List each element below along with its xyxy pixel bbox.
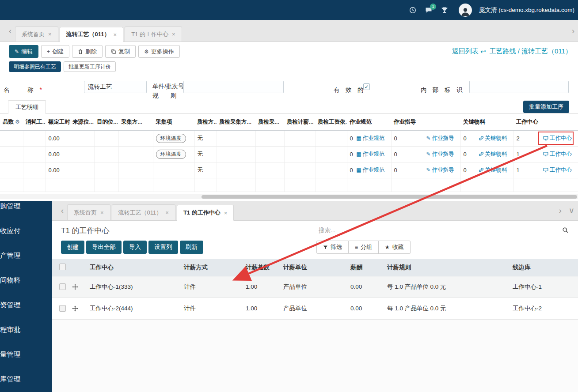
workcenter-name-cell[interactable]: 工作中心-2(444)	[86, 298, 180, 319]
close-icon[interactable]: ×	[165, 209, 169, 216]
spec-count: 0	[350, 135, 353, 142]
sidebar-item-shopfloor-material[interactable]: 间物料	[0, 268, 52, 293]
col-header: 采集项	[153, 114, 194, 130]
edit-button[interactable]: ✎ 编辑	[9, 45, 38, 58]
chat-badge: 1	[430, 4, 436, 10]
chat-icon[interactable]: 1	[424, 6, 433, 15]
batch-update-pricing-button[interactable]: 批量更新工序计价	[64, 61, 116, 72]
tab-home[interactable]: 系统首页 ×	[15, 26, 58, 41]
ref-existing-process-button[interactable]: 明细参照已有工艺	[9, 61, 61, 72]
sidebar-item-quality[interactable]: 量管理	[0, 342, 52, 367]
set-columns-button[interactable]: 设置列	[148, 241, 178, 254]
workcenter-table: 工作中心 计薪方式 计薪基数 计薪单位 薪酬 计薪规则 线边库 工作中心-1(3…	[52, 259, 578, 320]
tabs-scroll-right-icon[interactable]: ›	[568, 27, 578, 35]
name-field[interactable]	[84, 81, 147, 93]
tab-process-detail[interactable]: 工艺明细	[8, 100, 46, 114]
copy-button[interactable]: 复制	[105, 45, 136, 58]
user-menu[interactable]: 庞文清 (cs-demo.xbg.rokedata.com)	[479, 6, 574, 14]
favorites-button[interactable]: ★ 收藏	[379, 241, 411, 254]
operation-row[interactable]: 0.00 环境温度 无 0▦作业规范 0✎作业指导 0关键物料 1工作中心	[0, 146, 578, 162]
search-input[interactable]	[314, 227, 559, 234]
batch-add-operation-button[interactable]: 批量添加工序	[523, 101, 569, 113]
back-to-list-link[interactable]: 返回列表 ↩	[452, 47, 486, 56]
sidebar-item-salary[interactable]: 资管理	[0, 293, 52, 317]
guide-link[interactable]: ✎作业指导	[426, 135, 457, 142]
trophy-icon[interactable]	[440, 6, 449, 15]
drag-handle-icon[interactable]	[72, 284, 78, 290]
sidebar-item-approval[interactable]: 程审批	[0, 317, 52, 342]
workcenter-row[interactable]: 工作中心-1(333) 计件 1.00 产品单位 0.00 每 1.0 产品单位…	[52, 276, 578, 298]
tab-workcenter[interactable]: T1 的工作中心 ×	[125, 26, 182, 41]
spec-link[interactable]: ▦作业规范	[356, 151, 388, 158]
select-all-checkbox[interactable]	[59, 264, 66, 270]
empty-cell	[23, 162, 46, 178]
sidebar-item-production[interactable]: 产管理	[0, 243, 52, 268]
close-icon[interactable]: ×	[100, 209, 104, 216]
group-by-button[interactable]: ≡ 分组	[349, 241, 379, 254]
row-checkbox[interactable]	[59, 305, 66, 312]
guide-link[interactable]: ✎作业指导	[426, 151, 457, 158]
key-material-link[interactable]: 关键物料	[479, 151, 511, 158]
empty-cell	[70, 146, 94, 162]
import-button[interactable]: 导入	[123, 241, 147, 254]
spec-count: 0	[350, 167, 353, 173]
empty-cell	[118, 130, 153, 146]
workcenter-link[interactable]: 工作中心	[543, 135, 575, 142]
serial-rule-field[interactable]	[183, 81, 284, 93]
spec-link[interactable]: ▦作业规范	[356, 166, 388, 174]
sidebar-item-warehouse[interactable]: 库管理	[0, 367, 52, 392]
grid-icon: ▦	[356, 167, 361, 173]
col-header: 线边库	[509, 259, 578, 276]
spec-link[interactable]: ▦作业规范	[356, 135, 388, 142]
create-button[interactable]: 创建	[61, 241, 84, 254]
key-material-link[interactable]: 关键物料	[479, 135, 511, 142]
operation-row[interactable]: 0.00 环境温度 无 0▦作业规范 0✎作业指导 0关键物料 2工作中心	[0, 130, 578, 146]
scrollbar-thumb[interactable]	[202, 195, 577, 199]
search-icon[interactable]	[559, 224, 572, 236]
clock-icon[interactable]	[408, 6, 417, 15]
row-checkbox[interactable]	[59, 283, 66, 290]
avatar[interactable]	[459, 4, 472, 17]
delete-button[interactable]: 删除	[72, 45, 103, 58]
col-header: 薪酬	[347, 259, 384, 276]
workcenter-link[interactable]: 工作中心	[543, 151, 575, 158]
tab-process[interactable]: 流转工艺（011） ×	[112, 204, 175, 220]
valid-checkbox[interactable]: ✓	[363, 83, 370, 90]
close-icon[interactable]: ×	[48, 31, 52, 38]
tab-home[interactable]: 系统首页 ×	[67, 204, 110, 220]
workcenter-name-cell[interactable]: 工作中心-1(333)	[86, 276, 180, 298]
line-store-cell: 工作中心-1	[509, 276, 578, 298]
more-actions-button[interactable]: ⚙ 更多操作	[138, 45, 180, 58]
sidebar-item-receivable-payable[interactable]: 收应付	[0, 219, 52, 243]
workcenter-row[interactable]: 工作中心-2(444) 计件 1.00 产品单位 0.00 每 1.0 产品单位…	[52, 298, 578, 319]
export-all-button[interactable]: 导出全部	[86, 241, 122, 254]
empty-cell	[315, 130, 347, 146]
close-icon[interactable]: ×	[114, 31, 117, 38]
chevron-down-icon[interactable]: ∨	[565, 207, 578, 215]
serial-rule-label: 单件/批次号 规 则	[152, 82, 184, 101]
select-all-header	[52, 259, 86, 276]
drag-handle-icon[interactable]	[72, 305, 78, 312]
tab-workcenter[interactable]: T1 的工作中心 ×	[177, 205, 234, 221]
guide-link[interactable]: ✎作业指导	[426, 166, 457, 174]
required-mark: *	[40, 86, 42, 93]
close-icon[interactable]: ×	[172, 31, 175, 38]
tabs-scroll-left-icon[interactable]: ‹	[57, 207, 67, 215]
gear-icon[interactable]: ⚙	[15, 119, 20, 125]
filter-button[interactable]: 筛选	[316, 241, 349, 254]
breadcrumb-path[interactable]: 工艺路线 / 流转工艺（011）	[490, 47, 572, 56]
refresh-button[interactable]: 刷新	[180, 241, 203, 254]
close-icon[interactable]: ×	[224, 210, 228, 216]
empty-cell	[70, 130, 94, 146]
tabs-scroll-left-icon[interactable]: ‹	[5, 27, 15, 35]
tabs-scroll-right-icon[interactable]: ›	[555, 207, 565, 215]
col-header: 作业指导	[391, 114, 460, 130]
operation-row[interactable]: 0.00 无 0▦作业规范 0✎作业指导 0关键物料 1工作中心	[0, 162, 578, 178]
internal-id-field[interactable]	[469, 81, 569, 93]
breadcrumb: 返回列表 ↩ 工艺路线 / 流转工艺（011）	[452, 47, 572, 56]
key-material-link[interactable]: 关键物料	[479, 166, 511, 174]
workcenter-link[interactable]: 工作中心	[543, 166, 575, 174]
back-icon: ↩	[480, 48, 486, 56]
tab-process[interactable]: 流转工艺（011） ×	[60, 27, 124, 42]
create-button[interactable]: + 创建	[41, 45, 69, 58]
